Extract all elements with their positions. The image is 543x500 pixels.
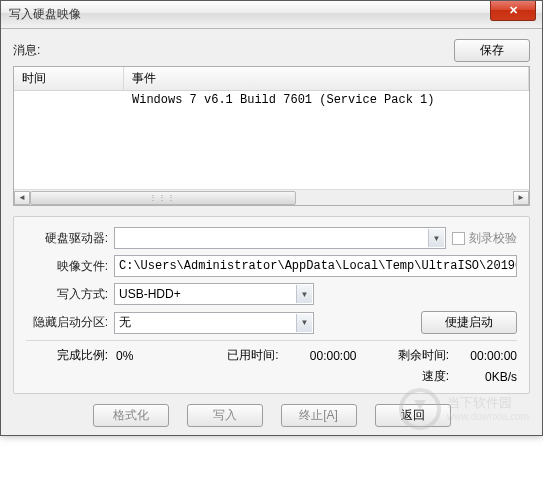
content-area: 消息: 保存 时间 事件 Windows 7 v6.1 Build 7601 (… [1,29,542,435]
col-time[interactable]: 时间 [14,67,124,90]
horizontal-scrollbar[interactable]: ◄ ⋮⋮⋮ ► [14,189,529,205]
image-path-field[interactable]: C:\Users\Administrator\AppData\Local\Tem… [114,255,517,277]
scroll-right-button[interactable]: ► [513,191,529,205]
write-mode-label: 写入方式: [26,286,108,303]
verify-label: 刻录校验 [469,230,517,247]
cell-event: Windows 7 v6.1 Build 7601 (Service Pack … [124,91,529,109]
dialog-window: 写入硬盘映像 ✕ 消息: 保存 时间 事件 Windows 7 v6.1 Bui… [0,0,543,436]
close-button[interactable]: ✕ [490,1,536,21]
close-icon: ✕ [509,4,518,17]
speed-label: 速度: [422,368,449,385]
status-row-2: 速度: 0KB/s [26,368,517,385]
scroll-track[interactable]: ⋮⋮⋮ [30,191,513,205]
chevron-down-icon: ▼ [296,285,312,303]
drive-combo[interactable]: ▼ [114,227,446,249]
message-list: 时间 事件 Windows 7 v6.1 Build 7601 (Service… [13,66,530,206]
scroll-thumb[interactable]: ⋮⋮⋮ [30,191,296,205]
scroll-left-button[interactable]: ◄ [14,191,30,205]
return-button[interactable]: 返回 [375,404,451,427]
message-header-row: 消息: 保存 [13,39,530,62]
hidden-boot-value: 无 [119,314,131,331]
divider [26,340,517,341]
progress-value: 0% [116,349,186,363]
quick-boot-button[interactable]: 便捷启动 [421,311,517,334]
speed-value: 0KB/s [457,370,517,384]
elapsed-label: 已用时间: [227,347,278,364]
progress-label: 完成比例: [26,347,108,364]
elapsed-value: 00:00:00 [287,349,357,363]
image-label: 映像文件: [26,258,108,275]
window-title: 写入硬盘映像 [9,6,81,23]
cell-time [14,91,124,109]
chevron-down-icon: ▼ [428,229,444,247]
abort-button[interactable]: 终止[A] [281,404,357,427]
chevron-down-icon: ▼ [296,314,312,332]
drive-row: 硬盘驱动器: ▼ 刻录校验 [26,227,517,249]
hidden-boot-row: 隐藏启动分区: 无 ▼ 便捷启动 [26,311,517,334]
write-mode-row: 写入方式: USB-HDD+ ▼ [26,283,517,305]
col-event[interactable]: 事件 [124,67,529,90]
list-body[interactable]: Windows 7 v6.1 Build 7601 (Service Pack … [14,91,529,189]
verify-checkbox[interactable]: 刻录校验 [452,230,517,247]
list-row[interactable]: Windows 7 v6.1 Build 7601 (Service Pack … [14,91,529,109]
button-row: 格式化 写入 终止[A] 返回 [13,404,530,427]
write-mode-value: USB-HDD+ [119,287,181,301]
image-row: 映像文件: C:\Users\Administrator\AppData\Loc… [26,255,517,277]
list-header: 时间 事件 [14,67,529,91]
write-button[interactable]: 写入 [187,404,263,427]
save-button[interactable]: 保存 [454,39,530,62]
format-button[interactable]: 格式化 [93,404,169,427]
drive-label: 硬盘驱动器: [26,230,108,247]
remaining-value: 00:00:00 [457,349,517,363]
form-panel: 硬盘驱动器: ▼ 刻录校验 映像文件: C:\Users\Administrat… [13,216,530,394]
status-row-1: 完成比例: 0% 已用时间: 00:00:00 剩余时间: 00:00:00 [26,347,517,364]
remaining-label: 剩余时间: [398,347,449,364]
hidden-boot-label: 隐藏启动分区: [26,314,108,331]
titlebar: 写入硬盘映像 ✕ [1,1,542,29]
message-label: 消息: [13,42,40,59]
write-mode-combo[interactable]: USB-HDD+ ▼ [114,283,314,305]
hidden-boot-combo[interactable]: 无 ▼ [114,312,314,334]
checkbox-box-icon [452,232,465,245]
